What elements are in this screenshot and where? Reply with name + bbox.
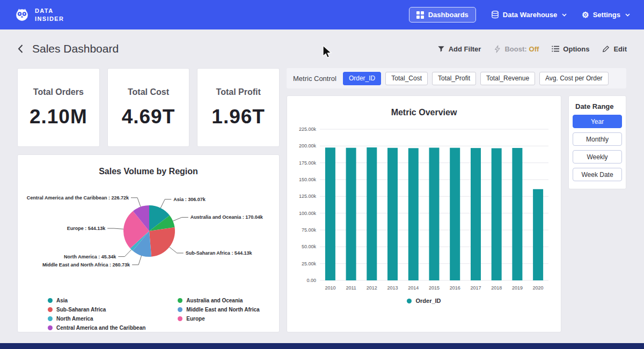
date-range-button-weekly[interactable]: Weekly (573, 150, 622, 164)
metric-button-total-profit[interactable]: Total_Profit (432, 72, 476, 85)
pie-chart: Asia : 306.07kAustralia and Oceania : 17… (18, 177, 280, 296)
pie-leader-line (170, 247, 184, 253)
nav-data-warehouse[interactable]: Data Warehouse (491, 11, 567, 19)
kpi-label: Total Profit (216, 87, 261, 97)
bar-legend-item-order-id[interactable]: Order_ID (407, 298, 441, 304)
legend-dot-icon (48, 307, 53, 312)
metric-button-total-revenue[interactable]: Total_Revenue (480, 72, 535, 85)
bar-2018[interactable] (492, 148, 502, 281)
metric-control-bar: Metric Control Order_IDTotal_CostTotal_P… (287, 68, 626, 88)
kpi-value: 2.10M (30, 106, 87, 128)
x-tick-label: 2016 (450, 285, 460, 291)
x-tick-label: 2014 (408, 285, 419, 291)
owl-logo-icon (14, 7, 30, 23)
legend-label: Middle East and North Africa (186, 307, 259, 313)
pie-leader-line (132, 256, 142, 265)
x-tick-label: 2018 (491, 285, 502, 291)
legend-label: Asia (56, 298, 68, 303)
x-tick-label: 2017 (470, 285, 481, 291)
bar-2011[interactable] (346, 148, 356, 280)
pie-slice-label: Sub-Saharan Africa : 544.13k (186, 250, 253, 256)
pie-legend-item-north-america[interactable]: North America (48, 316, 145, 322)
pie-legend-item-europe[interactable]: Europe (178, 316, 259, 322)
boost-toggle[interactable]: Boost: Off (494, 45, 539, 53)
metric-buttons-group: Order_IDTotal_CostTotal_ProfitTotal_Reve… (343, 72, 609, 85)
page-title: Sales Dashboard (32, 42, 119, 55)
x-tick-label: 2010 (325, 285, 335, 291)
y-tick-label: 25.00k (302, 261, 317, 266)
footer-bar (0, 343, 644, 349)
list-options-icon (552, 46, 559, 52)
x-tick-label: 2019 (512, 285, 523, 291)
pie-slice-label: Middle East and North Africa : 260.73k (42, 262, 130, 268)
kpi-value: 4.69T (122, 106, 175, 128)
brand-line1: DATA (35, 7, 64, 14)
x-tick-label: 2015 (429, 285, 440, 291)
add-filter-button[interactable]: Add Filter (437, 45, 481, 53)
bar-2010[interactable] (325, 147, 335, 280)
bar-2015[interactable] (429, 148, 440, 281)
pie-slice-label: North America : 45.34k (64, 254, 116, 259)
legend-dot-icon (48, 316, 53, 321)
kpi-row: Total Orders 2.10M Total Cost 4.69T Tota… (17, 68, 280, 147)
gear-icon: ⚙ (582, 11, 589, 19)
x-tick-label: 2013 (387, 285, 398, 291)
legend-label: Europe (186, 316, 204, 322)
add-filter-label: Add Filter (449, 45, 481, 53)
y-tick-label: 100.00k (299, 211, 317, 216)
pie-leader-line (173, 217, 188, 221)
bar-chart: 225.00k200.00k175.00k150.00k125.00k100.0… (295, 122, 553, 294)
edit-label: Edit (613, 45, 627, 53)
bar-2012[interactable] (367, 147, 377, 280)
metric-button-total-cost[interactable]: Total_Cost (385, 72, 428, 85)
pencil-icon (602, 45, 610, 53)
legend-label: Central America and the Caribbean (56, 325, 145, 331)
pie-legend-item-asia[interactable]: Asia (48, 298, 145, 303)
date-range-button-monthly[interactable]: Monthly (573, 132, 622, 146)
bar-2020[interactable] (533, 189, 543, 280)
pie-slice-label: Asia : 306.07k (173, 197, 206, 202)
y-tick-label: 225.00k (299, 127, 317, 132)
kpi-total-cost: Total Cost 4.69T (107, 68, 190, 147)
y-tick-label: 200.00k (299, 143, 317, 148)
metric-button-avg-cost-per-order[interactable]: Avg. Cost per Order (539, 72, 609, 85)
metric-overview-card: Metric Overview 225.00k200.00k175.00k150… (287, 95, 561, 332)
boost-value: Off (529, 45, 539, 53)
pie-legend-item-central-america-and-the-caribbean[interactable]: Central America and the Caribbean (48, 325, 145, 331)
bar-2019[interactable] (512, 148, 522, 280)
bar-2016[interactable] (450, 148, 460, 280)
dashboard-content: Total Orders 2.10M Total Cost 4.69T Tota… (0, 68, 644, 332)
pie-slice-label: Australia and Oceania : 170.04k (191, 214, 264, 220)
chevron-down-icon (625, 13, 630, 17)
bar-2013[interactable] (387, 148, 398, 280)
options-button[interactable]: Options (552, 45, 589, 53)
nav-settings[interactable]: ⚙ Settings (582, 11, 630, 19)
metric-button-order-id[interactable]: Order_ID (343, 72, 381, 85)
bar-2014[interactable] (408, 148, 419, 280)
nav-dashboards-button[interactable]: Dashboards (409, 7, 476, 23)
brand-logo[interactable]: DATA INSIDER (14, 7, 64, 23)
date-range-button-week-date[interactable]: Week Date (573, 168, 622, 181)
x-tick-label: 2020 (533, 285, 544, 291)
bar-2017[interactable] (471, 148, 481, 280)
nav-dashboards-label: Dashboards (428, 11, 469, 19)
edit-button[interactable]: Edit (602, 45, 627, 53)
pie-legend-item-australia-and-oceania[interactable]: Australia and Oceania (178, 298, 259, 303)
y-tick-label: 150.00k (299, 177, 317, 182)
pie-legend: AsiaSub-Saharan AfricaNorth AmericaCentr… (18, 298, 260, 331)
date-range-buttons-group: YearMonthlyWeeklyWeek Date (573, 115, 622, 181)
pie-slice-sub-saharan-africa[interactable] (149, 227, 175, 257)
legend-label: Sub-Saharan Africa (56, 307, 106, 313)
legend-dot-icon (48, 325, 53, 330)
pie-leader-line (118, 250, 131, 257)
metric-control-label: Metric Control (293, 75, 336, 83)
filter-funnel-icon (437, 45, 445, 53)
pie-leader-line (107, 228, 123, 229)
database-icon (491, 11, 499, 19)
back-button[interactable] (17, 44, 24, 54)
kpi-label: Total Cost (128, 87, 169, 97)
date-range-button-year[interactable]: Year (573, 115, 622, 128)
date-range-title: Date Range (575, 102, 622, 110)
pie-legend-item-middle-east-and-north-africa[interactable]: Middle East and North Africa (178, 307, 259, 313)
pie-legend-item-sub-saharan-africa[interactable]: Sub-Saharan Africa (48, 307, 145, 313)
